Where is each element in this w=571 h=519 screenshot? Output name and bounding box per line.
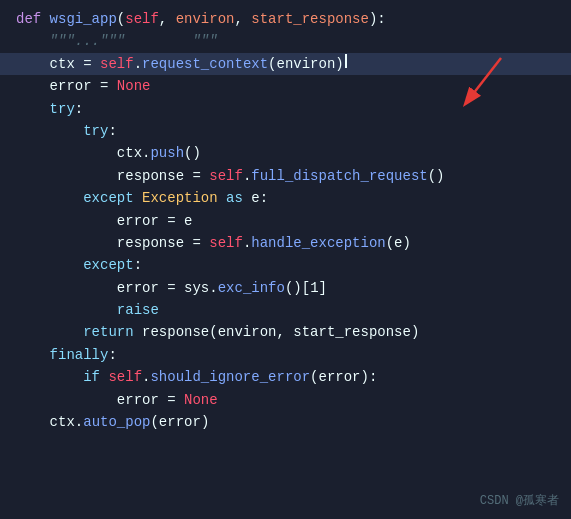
code-line-11: response = self.handle_exception(e) (0, 232, 571, 254)
code-line-1: def wsgi_app(self, environ, start_respon… (0, 8, 571, 30)
text-cursor (345, 54, 347, 68)
code-line-4: error = None (0, 75, 571, 97)
code-line-10: error = e (0, 210, 571, 232)
func-name: wsgi_app (50, 8, 117, 30)
watermark: CSDN @孤寒者 (480, 492, 559, 511)
code-line-14: raise (0, 299, 571, 321)
code-line-9: except Exception as e: (0, 187, 571, 209)
code-line-2: """...""" """ (0, 30, 571, 52)
code-line-7: ctx.push() (0, 142, 571, 164)
code-line-18: error = None (0, 389, 571, 411)
code-line-19: ctx.auto_pop(error) (0, 411, 571, 433)
code-line-12: except: (0, 254, 571, 276)
code-editor: def wsgi_app(self, environ, start_respon… (0, 0, 571, 519)
keyword-def: def (16, 8, 50, 30)
code-line-8: response = self.full_dispatch_request() (0, 165, 571, 187)
code-line-6: try: (0, 120, 571, 142)
code-line-15: return response(environ, start_response) (0, 321, 571, 343)
code-line-5: try: (0, 98, 571, 120)
code-line-17: if self.should_ignore_error(error): (0, 366, 571, 388)
code-line-3: ctx = self.request_context(environ) (0, 53, 571, 75)
code-line-16: finally: (0, 344, 571, 366)
code-line-13: error = sys.exc_info()[1] (0, 277, 571, 299)
